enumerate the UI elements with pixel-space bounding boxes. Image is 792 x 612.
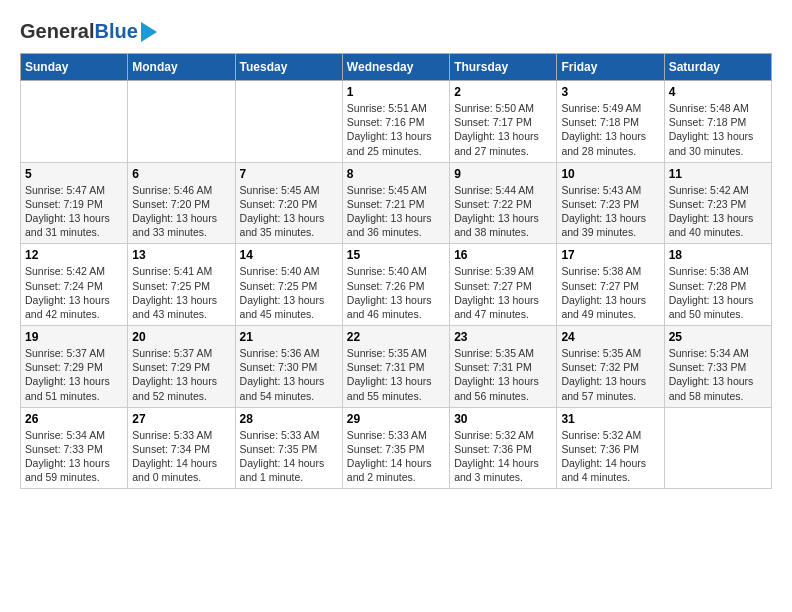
day-number: 29 xyxy=(347,412,445,426)
day-number: 19 xyxy=(25,330,123,344)
day-info: Sunrise: 5:47 AMSunset: 7:19 PMDaylight:… xyxy=(25,183,123,240)
day-info: Sunrise: 5:45 AMSunset: 7:20 PMDaylight:… xyxy=(240,183,338,240)
day-number: 18 xyxy=(669,248,767,262)
calendar-cell: 29Sunrise: 5:33 AMSunset: 7:35 PMDayligh… xyxy=(342,407,449,489)
calendar-cell: 2Sunrise: 5:50 AMSunset: 7:17 PMDaylight… xyxy=(450,81,557,163)
day-header-sunday: Sunday xyxy=(21,54,128,81)
calendar-cell xyxy=(21,81,128,163)
week-row-5: 26Sunrise: 5:34 AMSunset: 7:33 PMDayligh… xyxy=(21,407,772,489)
day-number: 22 xyxy=(347,330,445,344)
day-number: 28 xyxy=(240,412,338,426)
day-info: Sunrise: 5:38 AMSunset: 7:28 PMDaylight:… xyxy=(669,264,767,321)
week-row-2: 5Sunrise: 5:47 AMSunset: 7:19 PMDaylight… xyxy=(21,162,772,244)
day-info: Sunrise: 5:32 AMSunset: 7:36 PMDaylight:… xyxy=(454,428,552,485)
week-row-4: 19Sunrise: 5:37 AMSunset: 7:29 PMDayligh… xyxy=(21,326,772,408)
calendar-cell: 1Sunrise: 5:51 AMSunset: 7:16 PMDaylight… xyxy=(342,81,449,163)
calendar-cell: 22Sunrise: 5:35 AMSunset: 7:31 PMDayligh… xyxy=(342,326,449,408)
day-info: Sunrise: 5:46 AMSunset: 7:20 PMDaylight:… xyxy=(132,183,230,240)
calendar-cell: 17Sunrise: 5:38 AMSunset: 7:27 PMDayligh… xyxy=(557,244,664,326)
calendar-cell: 23Sunrise: 5:35 AMSunset: 7:31 PMDayligh… xyxy=(450,326,557,408)
day-header-saturday: Saturday xyxy=(664,54,771,81)
day-info: Sunrise: 5:36 AMSunset: 7:30 PMDaylight:… xyxy=(240,346,338,403)
day-info: Sunrise: 5:34 AMSunset: 7:33 PMDaylight:… xyxy=(25,428,123,485)
day-info: Sunrise: 5:39 AMSunset: 7:27 PMDaylight:… xyxy=(454,264,552,321)
day-number: 8 xyxy=(347,167,445,181)
day-number: 26 xyxy=(25,412,123,426)
day-number: 17 xyxy=(561,248,659,262)
day-info: Sunrise: 5:42 AMSunset: 7:24 PMDaylight:… xyxy=(25,264,123,321)
calendar-cell: 19Sunrise: 5:37 AMSunset: 7:29 PMDayligh… xyxy=(21,326,128,408)
calendar-cell: 5Sunrise: 5:47 AMSunset: 7:19 PMDaylight… xyxy=(21,162,128,244)
day-number: 21 xyxy=(240,330,338,344)
day-info: Sunrise: 5:33 AMSunset: 7:35 PMDaylight:… xyxy=(240,428,338,485)
calendar-cell: 7Sunrise: 5:45 AMSunset: 7:20 PMDaylight… xyxy=(235,162,342,244)
day-number: 1 xyxy=(347,85,445,99)
day-header-thursday: Thursday xyxy=(450,54,557,81)
day-info: Sunrise: 5:50 AMSunset: 7:17 PMDaylight:… xyxy=(454,101,552,158)
day-info: Sunrise: 5:33 AMSunset: 7:35 PMDaylight:… xyxy=(347,428,445,485)
day-header-friday: Friday xyxy=(557,54,664,81)
logo: GeneralBlue xyxy=(20,20,157,43)
calendar-cell: 16Sunrise: 5:39 AMSunset: 7:27 PMDayligh… xyxy=(450,244,557,326)
day-number: 3 xyxy=(561,85,659,99)
calendar-cell: 31Sunrise: 5:32 AMSunset: 7:36 PMDayligh… xyxy=(557,407,664,489)
calendar-cell: 26Sunrise: 5:34 AMSunset: 7:33 PMDayligh… xyxy=(21,407,128,489)
day-number: 14 xyxy=(240,248,338,262)
day-number: 25 xyxy=(669,330,767,344)
day-number: 24 xyxy=(561,330,659,344)
day-info: Sunrise: 5:40 AMSunset: 7:25 PMDaylight:… xyxy=(240,264,338,321)
page-header: GeneralBlue xyxy=(20,20,772,43)
calendar-cell xyxy=(664,407,771,489)
calendar-cell: 21Sunrise: 5:36 AMSunset: 7:30 PMDayligh… xyxy=(235,326,342,408)
day-info: Sunrise: 5:48 AMSunset: 7:18 PMDaylight:… xyxy=(669,101,767,158)
day-info: Sunrise: 5:32 AMSunset: 7:36 PMDaylight:… xyxy=(561,428,659,485)
calendar-cell: 13Sunrise: 5:41 AMSunset: 7:25 PMDayligh… xyxy=(128,244,235,326)
day-number: 9 xyxy=(454,167,552,181)
day-number: 30 xyxy=(454,412,552,426)
day-info: Sunrise: 5:40 AMSunset: 7:26 PMDaylight:… xyxy=(347,264,445,321)
day-info: Sunrise: 5:42 AMSunset: 7:23 PMDaylight:… xyxy=(669,183,767,240)
day-info: Sunrise: 5:35 AMSunset: 7:31 PMDaylight:… xyxy=(347,346,445,403)
day-number: 10 xyxy=(561,167,659,181)
day-number: 15 xyxy=(347,248,445,262)
day-header-wednesday: Wednesday xyxy=(342,54,449,81)
day-info: Sunrise: 5:43 AMSunset: 7:23 PMDaylight:… xyxy=(561,183,659,240)
calendar-cell: 9Sunrise: 5:44 AMSunset: 7:22 PMDaylight… xyxy=(450,162,557,244)
calendar-cell: 20Sunrise: 5:37 AMSunset: 7:29 PMDayligh… xyxy=(128,326,235,408)
week-row-3: 12Sunrise: 5:42 AMSunset: 7:24 PMDayligh… xyxy=(21,244,772,326)
calendar-cell: 25Sunrise: 5:34 AMSunset: 7:33 PMDayligh… xyxy=(664,326,771,408)
day-header-monday: Monday xyxy=(128,54,235,81)
day-info: Sunrise: 5:38 AMSunset: 7:27 PMDaylight:… xyxy=(561,264,659,321)
day-number: 31 xyxy=(561,412,659,426)
day-info: Sunrise: 5:34 AMSunset: 7:33 PMDaylight:… xyxy=(669,346,767,403)
calendar-cell: 14Sunrise: 5:40 AMSunset: 7:25 PMDayligh… xyxy=(235,244,342,326)
day-info: Sunrise: 5:37 AMSunset: 7:29 PMDaylight:… xyxy=(25,346,123,403)
calendar-cell xyxy=(128,81,235,163)
day-info: Sunrise: 5:41 AMSunset: 7:25 PMDaylight:… xyxy=(132,264,230,321)
calendar-cell: 12Sunrise: 5:42 AMSunset: 7:24 PMDayligh… xyxy=(21,244,128,326)
day-number: 5 xyxy=(25,167,123,181)
calendar-cell: 4Sunrise: 5:48 AMSunset: 7:18 PMDaylight… xyxy=(664,81,771,163)
calendar-cell: 28Sunrise: 5:33 AMSunset: 7:35 PMDayligh… xyxy=(235,407,342,489)
calendar-cell: 30Sunrise: 5:32 AMSunset: 7:36 PMDayligh… xyxy=(450,407,557,489)
day-number: 16 xyxy=(454,248,552,262)
calendar-cell: 6Sunrise: 5:46 AMSunset: 7:20 PMDaylight… xyxy=(128,162,235,244)
calendar-cell: 10Sunrise: 5:43 AMSunset: 7:23 PMDayligh… xyxy=(557,162,664,244)
day-info: Sunrise: 5:49 AMSunset: 7:18 PMDaylight:… xyxy=(561,101,659,158)
day-number: 4 xyxy=(669,85,767,99)
header-row: SundayMondayTuesdayWednesdayThursdayFrid… xyxy=(21,54,772,81)
day-info: Sunrise: 5:44 AMSunset: 7:22 PMDaylight:… xyxy=(454,183,552,240)
day-number: 2 xyxy=(454,85,552,99)
calendar-cell xyxy=(235,81,342,163)
calendar-cell: 15Sunrise: 5:40 AMSunset: 7:26 PMDayligh… xyxy=(342,244,449,326)
day-number: 13 xyxy=(132,248,230,262)
day-header-tuesday: Tuesday xyxy=(235,54,342,81)
calendar-cell: 27Sunrise: 5:33 AMSunset: 7:34 PMDayligh… xyxy=(128,407,235,489)
logo-line1: GeneralBlue xyxy=(20,20,138,43)
day-number: 12 xyxy=(25,248,123,262)
day-number: 7 xyxy=(240,167,338,181)
calendar-table: SundayMondayTuesdayWednesdayThursdayFrid… xyxy=(20,53,772,489)
calendar-cell: 3Sunrise: 5:49 AMSunset: 7:18 PMDaylight… xyxy=(557,81,664,163)
day-number: 6 xyxy=(132,167,230,181)
day-info: Sunrise: 5:35 AMSunset: 7:32 PMDaylight:… xyxy=(561,346,659,403)
